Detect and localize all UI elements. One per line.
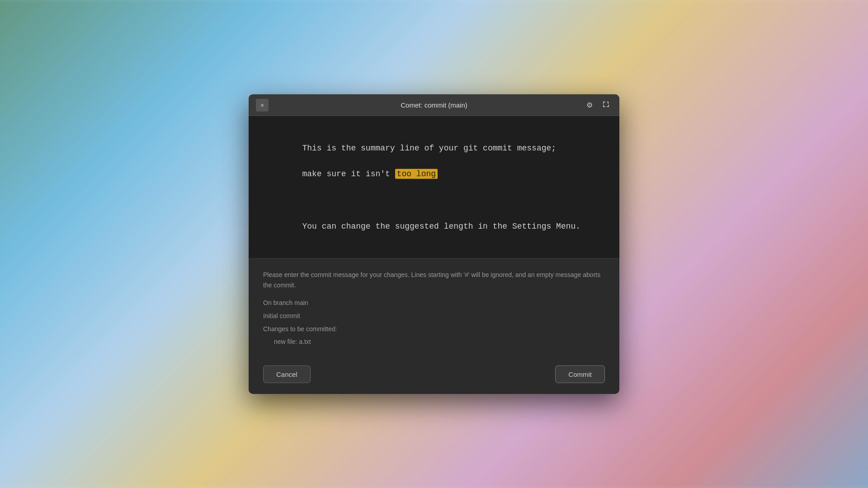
dialog-wrapper: × Comet: commit (main) ⚙ (249, 94, 619, 394)
title-bar: × Comet: commit (main) ⚙ (249, 94, 619, 116)
title-bar-left: × (256, 99, 269, 111)
settings-icon: ⚙ (586, 101, 593, 109)
settings-button[interactable]: ⚙ (583, 99, 596, 111)
commit-button[interactable]: Commit (555, 365, 605, 383)
message-area: This is the summary line of your git com… (249, 116, 619, 258)
message-line4: You can change the suggested length in t… (302, 221, 580, 230)
info-area: Please enter the commit message for your… (249, 259, 619, 358)
title-bar-right: ⚙ (583, 99, 612, 111)
message-highlight: too long (395, 169, 438, 179)
cancel-button[interactable]: Cancel (263, 365, 311, 383)
initial-commit-line: Initial commit (263, 310, 605, 322)
new-file-line: new file: a.txt (263, 336, 605, 347)
message-line1: This is the summary line of your git com… (302, 143, 556, 152)
branch-line: On branch main (263, 297, 605, 309)
info-detail: On branch main Initial commit Changes to… (263, 297, 605, 347)
changes-header-line: Changes to be committed: (263, 324, 605, 335)
info-description: Please enter the commit message for your… (263, 270, 605, 290)
message-line2-before: make sure it isn't (302, 169, 395, 178)
close-button[interactable]: × (256, 99, 269, 111)
expand-button[interactable] (599, 99, 612, 111)
message-text: This is the summary line of your git com… (263, 129, 605, 246)
expand-icon (602, 100, 609, 109)
dialog-title: Comet: commit (main) (401, 101, 467, 109)
close-icon: × (260, 101, 264, 108)
dialog: × Comet: commit (main) ⚙ (249, 94, 619, 394)
button-row: Cancel Commit (249, 358, 619, 394)
